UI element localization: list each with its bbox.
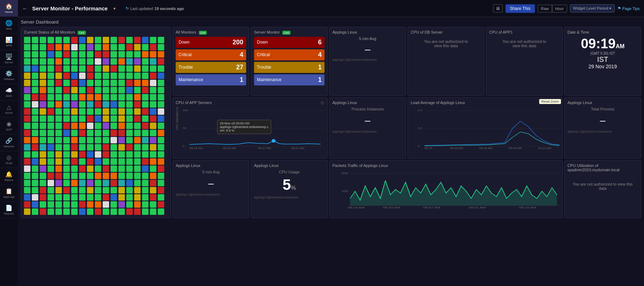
- monitor-dot[interactable]: [32, 94, 38, 100]
- monitor-dot[interactable]: [71, 108, 78, 115]
- monitor-dot[interactable]: [79, 137, 86, 143]
- back-button[interactable]: ←: [22, 5, 28, 12]
- monitor-dot[interactable]: [24, 137, 30, 143]
- monitor-dot[interactable]: [103, 201, 109, 208]
- monitor-dot[interactable]: [48, 130, 54, 136]
- monitor-dot[interactable]: [118, 51, 125, 58]
- monitor-dot[interactable]: [87, 44, 93, 50]
- monitor-dot[interactable]: [55, 65, 62, 72]
- cpu-app-servers-refresh[interactable]: ↻: [321, 100, 325, 106]
- monitor-dot[interactable]: [40, 108, 46, 115]
- monitor-dot[interactable]: [55, 166, 62, 172]
- monitor-dot[interactable]: [32, 201, 38, 208]
- monitor-dot[interactable]: [63, 58, 70, 65]
- monitor-dot[interactable]: [40, 87, 46, 93]
- monitor-dot[interactable]: [134, 87, 141, 93]
- title-dropdown-arrow[interactable]: ▾: [113, 6, 116, 11]
- monitor-dot[interactable]: [40, 44, 46, 50]
- monitor-dot[interactable]: [111, 151, 117, 158]
- monitor-dot[interactable]: [79, 80, 86, 86]
- monitor-dot[interactable]: [134, 73, 141, 79]
- monitor-dot[interactable]: [63, 123, 70, 129]
- monitor-dot[interactable]: [118, 65, 125, 72]
- monitor-dot[interactable]: [118, 173, 125, 179]
- monitor-dot[interactable]: [103, 101, 109, 108]
- monitor-dot[interactable]: [158, 151, 164, 158]
- monitor-dot[interactable]: [32, 208, 38, 215]
- sidebar-item-rum[interactable]: ◎ RUM: [0, 151, 18, 168]
- monitor-dot[interactable]: [63, 51, 70, 58]
- monitor-dot[interactable]: [126, 44, 133, 50]
- monitor-dot[interactable]: [79, 51, 86, 58]
- monitor-dot[interactable]: [103, 137, 109, 143]
- monitor-dot[interactable]: [40, 180, 46, 186]
- monitor-dot[interactable]: [40, 115, 46, 122]
- monitor-dot[interactable]: [79, 101, 86, 108]
- sidebar-item-gcp[interactable]: ◉ GCP: [0, 118, 18, 134]
- monitor-dot[interactable]: [63, 137, 70, 143]
- monitor-dot[interactable]: [134, 37, 141, 43]
- monitor-dot[interactable]: [134, 108, 141, 115]
- monitor-dot[interactable]: [150, 51, 156, 58]
- monitor-dot[interactable]: [103, 123, 109, 129]
- monitor-dot[interactable]: [87, 173, 93, 179]
- monitor-dot[interactable]: [40, 130, 46, 136]
- monitor-dot[interactable]: [142, 51, 148, 58]
- monitor-dot[interactable]: [55, 115, 62, 122]
- monitor-dot[interactable]: [55, 194, 62, 201]
- monitor-dot[interactable]: [103, 115, 109, 122]
- monitor-dot[interactable]: [126, 201, 133, 208]
- monitor-dot[interactable]: [95, 94, 101, 100]
- monitor-dot[interactable]: [40, 208, 46, 215]
- reset-zoom-button[interactable]: Reset Zoom: [539, 99, 561, 104]
- monitor-dot[interactable]: [103, 208, 109, 215]
- sm-stat-row-critical[interactable]: Critical 4: [254, 49, 325, 60]
- monitor-dot[interactable]: [150, 94, 156, 100]
- monitor-dot[interactable]: [71, 101, 78, 108]
- monitor-dot[interactable]: [48, 187, 54, 193]
- monitor-dot[interactable]: [63, 151, 70, 158]
- monitor-dot[interactable]: [158, 58, 164, 65]
- monitor-dot[interactable]: [40, 173, 46, 179]
- monitor-dot[interactable]: [87, 37, 93, 43]
- monitor-dot[interactable]: [150, 144, 156, 151]
- monitor-dot[interactable]: [150, 58, 156, 65]
- monitor-dot[interactable]: [71, 87, 78, 93]
- monitor-dot[interactable]: [103, 44, 109, 50]
- monitor-dot[interactable]: [134, 123, 141, 129]
- monitor-dot[interactable]: [111, 166, 117, 172]
- monitor-dot[interactable]: [158, 37, 164, 43]
- monitor-dot[interactable]: [158, 115, 164, 122]
- monitor-dot[interactable]: [103, 151, 109, 158]
- monitor-dot[interactable]: [118, 187, 125, 193]
- monitor-dot[interactable]: [158, 208, 164, 215]
- monitor-dot[interactable]: [48, 65, 54, 72]
- monitor-dot[interactable]: [126, 101, 133, 108]
- monitor-dot[interactable]: [150, 101, 156, 108]
- monitor-dot[interactable]: [24, 108, 30, 115]
- monitor-dot[interactable]: [103, 87, 109, 93]
- monitor-dot[interactable]: [142, 151, 148, 158]
- stat-row-critical[interactable]: Critical 4: [176, 49, 246, 60]
- monitor-dot[interactable]: [87, 87, 93, 93]
- monitor-dot[interactable]: [103, 144, 109, 151]
- monitor-dot[interactable]: [158, 101, 164, 108]
- monitor-dot[interactable]: [40, 51, 46, 58]
- monitor-dot[interactable]: [158, 123, 164, 129]
- monitor-dot[interactable]: [48, 201, 54, 208]
- hour-button[interactable]: Hour: [552, 5, 567, 13]
- monitor-dot[interactable]: [95, 44, 101, 50]
- monitor-dot[interactable]: [126, 137, 133, 143]
- monitor-dot[interactable]: [95, 144, 101, 151]
- monitor-dot[interactable]: [95, 201, 101, 208]
- monitor-dot[interactable]: [118, 130, 125, 136]
- monitor-dot[interactable]: [55, 130, 62, 136]
- monitor-dot[interactable]: [55, 123, 62, 129]
- monitor-dot[interactable]: [142, 73, 148, 79]
- monitor-dot[interactable]: [118, 73, 125, 79]
- monitor-dot[interactable]: [134, 80, 141, 86]
- monitor-dot[interactable]: [24, 87, 30, 93]
- monitor-dot[interactable]: [71, 144, 78, 151]
- monitor-dot[interactable]: [87, 108, 93, 115]
- monitor-dot[interactable]: [71, 180, 78, 186]
